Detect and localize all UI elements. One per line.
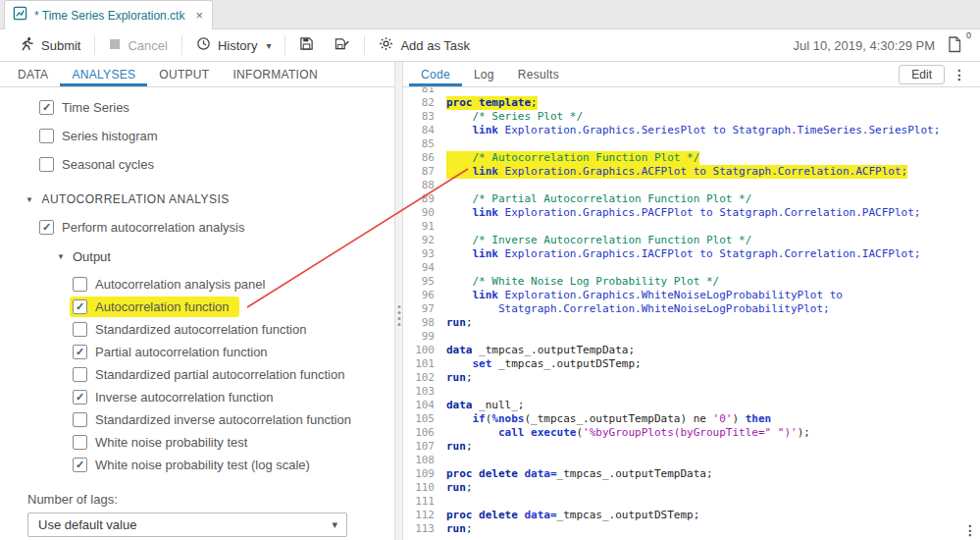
- checkbox-row-white-noise-probability-test-log-scale[interactable]: ✓White noise probability test (log scale…: [0, 455, 394, 474]
- checkbox-checked-icon[interactable]: ✓: [73, 299, 87, 314]
- number-of-lags-label: Number of lags:: [0, 492, 394, 507]
- checkbox-row-inverse-autocorrelation-function[interactable]: ✓Inverse autocorrelation function: [0, 387, 394, 406]
- line-number: 86: [403, 151, 446, 165]
- code-line-86: 86 /* Autocorrelation Function Plot */: [403, 151, 980, 165]
- checkbox-row-standardized-partial-autocorrelation-function[interactable]: Standardized partial autocorrelation fun…: [0, 364, 394, 384]
- submit-button[interactable]: Submit: [10, 32, 90, 58]
- more-options-icon[interactable]: ⋮: [945, 67, 974, 82]
- checkbox-row-time-series[interactable]: ✓Time Series: [0, 97, 394, 117]
- tab-log[interactable]: Log: [462, 62, 506, 86]
- checkbox-row-autocorrelation-function[interactable]: ✓Autocorrelation function: [0, 297, 394, 316]
- collapse-triangle-icon[interactable]: ▼: [26, 195, 33, 204]
- checkbox-row-partial-autocorrelation-function[interactable]: ✓Partial autocorrelation function: [0, 342, 394, 361]
- submit-label: Submit: [41, 38, 80, 53]
- document-tab[interactable]: * Time Series Exploration.ctk ×: [4, 0, 213, 29]
- splitter-grip-icon[interactable]: [397, 305, 400, 326]
- line-number: 103: [403, 385, 446, 399]
- code-line-111: 111: [403, 495, 980, 509]
- checkbox-label: Time Series: [62, 100, 129, 115]
- edit-button[interactable]: Edit: [899, 65, 945, 84]
- line-number: 111: [403, 495, 446, 509]
- checkbox-label: White noise probability test (log scale): [95, 458, 310, 472]
- tab-code[interactable]: Code: [409, 62, 462, 86]
- checkbox-unchecked-icon[interactable]: [73, 367, 87, 382]
- checkbox-row-white-noise-probability-test[interactable]: White noise probability test: [0, 432, 394, 452]
- document-tab-bar: * Time Series Exploration.ctk ×: [0, 0, 980, 29]
- save-as-icon: [334, 36, 350, 54]
- checkbox-unchecked-icon[interactable]: [73, 435, 87, 450]
- checkbox-label: Standardized autocorrelation function: [95, 322, 306, 337]
- code-line-102: 102run;: [403, 371, 980, 385]
- checkbox-checked-icon[interactable]: ✓: [73, 390, 87, 405]
- line-number: 95: [403, 275, 446, 289]
- add-as-task-button[interactable]: Add as Task: [369, 32, 480, 58]
- checkbox-row-seasonal-cycles[interactable]: Seasonal cycles: [0, 154, 394, 174]
- checkbox-row-standardized-inverse-autocorrelation-function[interactable]: Standardized inverse autocorrelation fun…: [0, 409, 394, 429]
- time-series-chart-icon: [13, 6, 27, 25]
- submission-status-button[interactable]: 0: [947, 35, 966, 55]
- cancel-button[interactable]: Cancel: [99, 34, 177, 57]
- code-line-81: 81: [403, 87, 980, 96]
- checkbox-unchecked-icon[interactable]: [73, 277, 87, 292]
- code-line-101: 101 set _tmpcas_.outputDSTemp;: [403, 357, 980, 371]
- checkbox-checked-icon[interactable]: ✓: [73, 345, 87, 359]
- line-number: 84: [403, 124, 446, 137]
- save-button[interactable]: [289, 32, 324, 58]
- line-number: 89: [403, 192, 446, 206]
- code-line-103: 103: [403, 385, 980, 399]
- tab-data[interactable]: DATA: [6, 62, 60, 86]
- gear-plus-icon: [379, 36, 393, 54]
- checkbox-inner: Seasonal cycles: [39, 157, 154, 172]
- save-as-button[interactable]: [324, 32, 360, 58]
- section-header-autocorrelation-analysis[interactable]: ▼AUTOCORRELATION ANALYSIS: [0, 189, 394, 209]
- number-of-lags-dropdown[interactable]: Use default value ▾: [27, 513, 347, 537]
- checkbox-inner: Autocorrelation analysis panel: [73, 277, 265, 292]
- collapse-triangle-icon[interactable]: ▼: [57, 252, 65, 261]
- checkbox-unchecked-icon[interactable]: [73, 412, 87, 427]
- checkbox-checked-icon[interactable]: ✓: [39, 220, 54, 235]
- code-line-105: 105 if(%nobs(_tmpcas_.outputTempData) ne…: [403, 412, 980, 426]
- checkbox-label: Partial autocorrelation function: [95, 345, 268, 359]
- panel-splitter[interactable]: [394, 62, 403, 540]
- checkbox-checked-icon[interactable]: ✓: [39, 100, 54, 115]
- code-text: run;: [446, 481, 473, 495]
- code-text: set _tmpcas_.outputDSTemp;: [446, 357, 642, 371]
- code-line-90: 90 link Exploration.Graphics.PACFPlot to…: [403, 206, 980, 220]
- add-as-task-label: Add as Task: [400, 38, 470, 53]
- checkbox-checked-icon[interactable]: ✓: [73, 458, 87, 472]
- checkbox-row-series-histogram[interactable]: Series histogram: [0, 126, 394, 145]
- scroll-more-icon[interactable]: ⋮: [963, 522, 977, 538]
- code-text: /* Series Plot */: [446, 110, 583, 124]
- tab-analyses[interactable]: ANALYSES: [60, 62, 147, 86]
- checkbox-unchecked-icon[interactable]: [39, 129, 54, 143]
- close-icon[interactable]: ×: [195, 8, 203, 23]
- line-number: 112: [403, 509, 446, 522]
- checkbox-row-standardized-autocorrelation-function[interactable]: Standardized autocorrelation function: [0, 319, 394, 339]
- history-button[interactable]: History ▾: [186, 32, 281, 58]
- code-text: call execute('%byGroupPlots(byGroupTitle…: [446, 426, 810, 440]
- history-label: History: [218, 38, 257, 53]
- checkbox-unchecked-icon[interactable]: [73, 322, 87, 337]
- tab-results[interactable]: Results: [506, 62, 571, 86]
- code-line-110: 110run;: [403, 481, 980, 495]
- settings-panel: DATA ANALYSES OUTPUT INFORMATION ✓Time S…: [0, 62, 394, 540]
- subsection-header-output[interactable]: ▼Output: [0, 246, 394, 266]
- code-text: link Exploration.Graphics.PACFPlot to St…: [446, 206, 920, 220]
- line-number: 94: [403, 261, 446, 275]
- code-line-107: 107run;: [403, 440, 980, 454]
- code-editor[interactable]: 8182proc template;83 /* Series Plot */84…: [403, 87, 980, 540]
- tab-information[interactable]: INFORMATION: [221, 62, 329, 86]
- checkbox-row-perform-autocorrelation-analysis[interactable]: ✓Perform autocorrelation analysis: [0, 217, 394, 237]
- code-text: /* Partial Autocorrelation Function Plot…: [446, 192, 751, 206]
- checkbox-row-autocorrelation-analysis-panel[interactable]: Autocorrelation analysis panel: [0, 274, 394, 294]
- submit-run-icon: [20, 36, 34, 54]
- checkbox-unchecked-icon[interactable]: [39, 157, 54, 172]
- tab-output[interactable]: OUTPUT: [147, 62, 221, 86]
- line-number: 90: [403, 206, 446, 220]
- checkbox-inner: ✓Time Series: [39, 100, 129, 115]
- checkbox-label: Inverse autocorrelation function: [95, 390, 273, 405]
- code-line-87: 87 link Exploration.Graphics.ACFPlot to …: [403, 165, 980, 179]
- line-number: 99: [403, 330, 446, 344]
- line-number: 102: [403, 371, 446, 385]
- line-number: 110: [403, 481, 446, 495]
